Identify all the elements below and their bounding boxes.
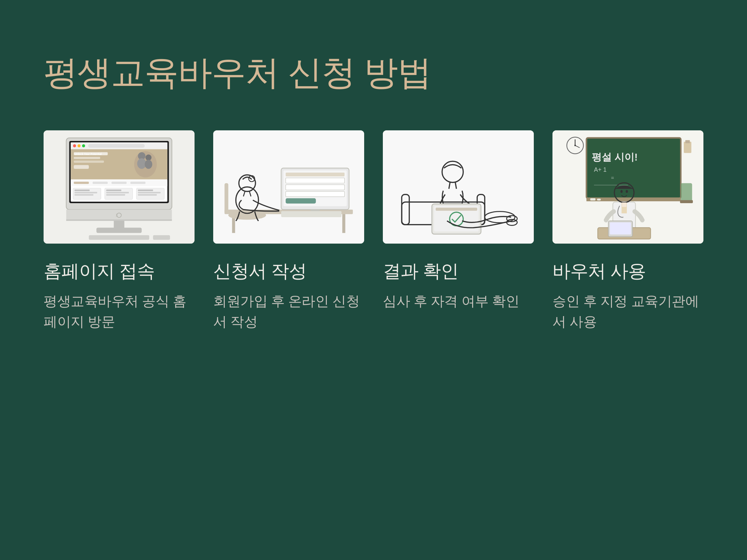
step-2: 신청서 작성 회원가입 후 온라인 신청서 작성	[213, 130, 364, 332]
svg-rect-23	[111, 182, 127, 184]
svg-rect-28	[74, 189, 89, 191]
svg-rect-37	[66, 210, 172, 221]
svg-rect-42	[97, 228, 142, 233]
page-container: 평생교육바우처 신청 방법	[0, 0, 747, 560]
svg-rect-36	[138, 194, 157, 196]
svg-rect-57	[286, 198, 316, 204]
svg-point-18	[145, 160, 152, 169]
svg-point-97	[620, 190, 622, 193]
step-3: 결과 확인 심사 후 자격 여부 확인	[383, 130, 534, 332]
svg-point-50	[229, 211, 266, 220]
svg-rect-48	[342, 214, 345, 233]
page-title: 평생교육바우처 신청 방법	[44, 50, 703, 96]
svg-rect-103	[681, 183, 692, 202]
svg-rect-8	[88, 144, 145, 148]
step-1-image: Unlock Your Potential	[44, 130, 195, 244]
svg-rect-55	[286, 185, 344, 190]
svg-rect-21	[74, 182, 89, 184]
svg-rect-43	[89, 235, 149, 240]
step-4-title: 바우처 사용	[552, 259, 703, 284]
svg-point-17	[145, 155, 151, 161]
svg-rect-22	[93, 182, 108, 184]
step-2-title: 신청서 작성	[213, 259, 364, 284]
step-1-desc: 평생교육바우처 공식 홈페이지 방문	[44, 291, 195, 332]
svg-rect-93	[597, 198, 601, 201]
svg-rect-102	[610, 222, 631, 235]
svg-text:평설 시이!: 평설 시이!	[592, 152, 638, 163]
svg-point-6	[77, 144, 81, 148]
svg-rect-31	[106, 189, 121, 191]
svg-point-5	[73, 144, 76, 148]
svg-rect-24	[130, 182, 146, 184]
svg-rect-53	[286, 173, 344, 177]
svg-rect-12	[74, 161, 104, 163]
svg-rect-34	[138, 189, 153, 191]
step-4-desc: 승인 후 지정 교육기관에서 사용	[552, 291, 703, 332]
svg-rect-11	[74, 157, 100, 159]
svg-rect-99	[622, 203, 626, 207]
svg-rect-56	[286, 191, 344, 196]
svg-text:Unlock Your Potential: Unlock Your Potential	[74, 153, 101, 156]
svg-rect-30	[74, 194, 93, 196]
svg-rect-35	[138, 192, 161, 193]
svg-rect-105	[684, 141, 691, 153]
step-3-title: 결과 확인	[383, 259, 534, 284]
svg-text:A+ 1: A+ 1	[594, 166, 606, 173]
svg-rect-29	[74, 192, 97, 193]
svg-point-98	[626, 190, 628, 193]
svg-rect-41	[114, 221, 125, 229]
step-2-desc: 회원가입 후 온라인 신청서 작성	[213, 291, 364, 332]
svg-rect-49	[225, 183, 228, 213]
svg-rect-104	[680, 200, 693, 203]
svg-rect-92	[590, 198, 595, 201]
step-4-image: 평설 시이! A+ 1 =	[552, 130, 703, 244]
svg-text:=: =	[611, 175, 614, 181]
svg-rect-60	[281, 211, 341, 217]
step-1: Unlock Your Potential	[44, 130, 195, 332]
svg-point-7	[82, 144, 85, 148]
svg-rect-54	[286, 178, 344, 183]
step-4: 평설 시이! A+ 1 =	[552, 130, 703, 332]
step-3-desc: 심사 후 자격 여부 확인	[383, 291, 534, 312]
step-1-title: 홈페이지 접속	[44, 259, 195, 284]
step-3-image	[383, 130, 534, 244]
svg-rect-33	[106, 194, 125, 196]
svg-rect-38	[66, 219, 172, 221]
step-2-image	[213, 130, 364, 244]
steps-container: Unlock Your Potential	[44, 130, 703, 332]
svg-rect-106	[686, 140, 690, 143]
svg-rect-44	[153, 235, 170, 240]
svg-rect-77	[436, 208, 477, 211]
svg-rect-32	[106, 192, 129, 193]
svg-rect-13	[74, 165, 89, 169]
